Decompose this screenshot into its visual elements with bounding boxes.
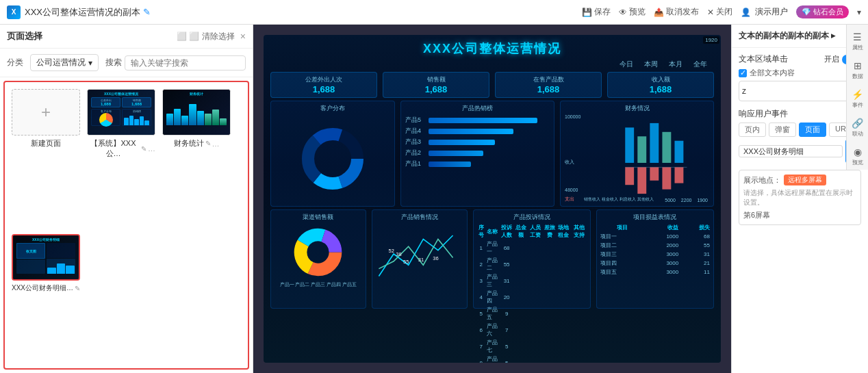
svg-text:38: 38 xyxy=(396,251,401,257)
page-thumb-2[interactable]: 财务统计 xyxy=(162,89,231,136)
link-icon: 🔗 xyxy=(852,118,863,129)
text-area-label: 文本区域单击 开启 xyxy=(739,53,861,65)
finance-panel-title: 财务情况 xyxy=(563,104,711,113)
panel-header: 页面选择 ⬜ ⬜ 清除选择 × xyxy=(0,25,253,49)
multi-screen-badge[interactable]: 远程多屏幕 xyxy=(784,175,826,185)
edit-title-icon[interactable]: ✎ xyxy=(143,7,151,17)
kpi-row: 公差外出人次 1,688 销售额 1,688 在售产品数 1,688 收入额 1… xyxy=(264,72,721,98)
project-pnl-panel: 项目损益表情况 项目 收益 损失 项目一100068 项目二200055 xyxy=(596,209,714,309)
close-button[interactable]: ✕ 关闭 xyxy=(707,6,732,18)
svg-rect-14 xyxy=(662,167,671,189)
page-thumb-1[interactable]: XXX公司整体运营情况 公差外出 1,688 销售额 1,688 xyxy=(87,89,155,136)
time-label-today[interactable]: 今日 xyxy=(620,60,633,69)
text-value-display[interactable]: z × xyxy=(739,81,861,101)
dashboard-title: XXX公司整体运营情况 xyxy=(264,35,721,60)
page-selector-panel: 页面选择 ⬜ ⬜ 清除选择 × 分类 公司运营情况 ▾ 搜索 xyxy=(0,25,253,373)
panel-close-icon[interactable]: × xyxy=(240,31,246,42)
list-item[interactable]: XXX公司财务明细 收支图 xyxy=(12,234,80,361)
preview-button[interactable]: 👁 预览 xyxy=(619,6,646,18)
more-options-icon-2[interactable]: … xyxy=(212,140,220,148)
time-label-week[interactable]: 本周 xyxy=(644,60,658,69)
pages-grid: + 新建页面 XXX公司整体运营情况 公差外出 xyxy=(3,81,249,370)
clear-icon: ⬜ xyxy=(177,31,187,41)
full-text-checkbox-row[interactable]: ✓ 全部文本内容 xyxy=(739,68,861,78)
tab-popup[interactable]: 弹窗 xyxy=(769,123,796,137)
tab-page[interactable]: 页面 xyxy=(799,123,826,137)
svg-text:36: 36 xyxy=(433,255,438,261)
preview-icon: ◉ xyxy=(854,146,862,157)
document-title: XXX公司整体运营情况的副本 ✎ xyxy=(25,6,578,18)
top-bar-actions: 💾 保存 👁 预览 📤 取消发布 ✕ 关闭 👤 演示用户 💎 钻石会员 ▾ xyxy=(582,5,861,18)
icon-tab-preview[interactable]: ◉ 预览 xyxy=(848,142,867,170)
kpi-products: 在售产品数 1,688 xyxy=(495,72,602,98)
search-input[interactable] xyxy=(125,55,246,70)
app-logo: X xyxy=(7,5,21,19)
product-complaints-panel: 产品投诉情况 序号 名称 投诉人数 总金额 人员工资 差旅费 场地租金 xyxy=(473,209,591,309)
svg-text:31: 31 xyxy=(418,257,424,263)
edit-page-name-icon-3[interactable]: ✎ xyxy=(75,285,80,292)
edit-page-name-icon[interactable]: ✎ xyxy=(141,145,146,153)
dashboard-canvas: 1920 XXX公司整体运营情况 今日 本周 本月 全年 公差外出人次 1,68… xyxy=(264,35,721,363)
page-link-input[interactable] xyxy=(739,145,843,157)
svg-rect-12 xyxy=(637,167,646,194)
complaints-title: 产品投诉情况 xyxy=(476,213,587,222)
main-layout: 页面选择 ⬜ ⬜ 清除选择 × 分类 公司运营情况 ▾ 搜索 xyxy=(0,25,868,373)
screen-number: 第6屏幕 xyxy=(743,210,856,220)
unpublish-button[interactable]: 📤 取消发布 xyxy=(654,6,699,18)
save-button[interactable]: 💾 保存 xyxy=(582,6,611,18)
svg-text:52: 52 xyxy=(388,248,394,254)
more-options-icon[interactable]: … xyxy=(148,144,155,153)
svg-rect-5 xyxy=(625,127,634,163)
category-select[interactable]: 公司运营情况 ▾ xyxy=(30,54,99,71)
full-text-checkbox[interactable]: ✓ xyxy=(739,69,747,77)
channel-sales-panel: 渠道销售额 产品一 产品二 产品三 产品四 产品五 xyxy=(270,209,366,309)
user-name: 演示用户 xyxy=(755,6,788,18)
time-filter-bar: 今日 本周 本月 全年 xyxy=(264,60,721,69)
icon-tab-link[interactable]: 🔗 联动 xyxy=(848,114,867,141)
attributes-icon: ☰ xyxy=(853,31,862,42)
new-page-thumb[interactable]: + xyxy=(12,89,80,136)
data-label: 数据 xyxy=(852,73,863,80)
page-name-1: 【系统】XXX公… ✎ … xyxy=(87,138,155,159)
right-icon-panel: ☰ 属性 ⊞ 数据 ⚡ 事件 🔗 联动 ◉ 预览 xyxy=(846,25,868,170)
canvas-area[interactable]: 1920 XXX公司整体运营情况 今日 本周 本月 全年 公差外出人次 1,68… xyxy=(253,25,731,373)
channel-pie-chart xyxy=(289,223,347,281)
finance-bar-chart xyxy=(563,114,711,203)
filter-row: 分类 公司运营情况 ▾ 搜索 xyxy=(0,49,253,77)
page-thumb-3[interactable]: XXX公司财务明细 收支图 xyxy=(12,234,80,281)
customer-distribution-panel: 客户分布 xyxy=(270,101,395,207)
new-page-item[interactable]: + 新建页面 xyxy=(12,89,80,227)
event-icon: ⚡ xyxy=(852,89,863,100)
search-label: 搜索 xyxy=(105,57,122,68)
time-label-year[interactable]: 全年 xyxy=(693,60,707,69)
pnl-title: 项目损益表情况 xyxy=(600,213,711,222)
svg-rect-7 xyxy=(650,123,659,163)
edit-page-name-icon-2[interactable]: ✎ xyxy=(205,140,211,147)
list-item[interactable]: XXX公司整体运营情况 公差外出 1,688 销售额 1,688 xyxy=(87,89,155,227)
kpi-sales: 销售额 1,688 xyxy=(383,72,489,98)
user-area: 👤 演示用户 xyxy=(741,6,788,18)
screen-hint-text: 请选择，具体远程屏幕配置在展示时设置。 xyxy=(743,188,856,207)
kpi-revenue: 收入额 1,688 xyxy=(607,72,714,98)
time-label-month[interactable]: 本月 xyxy=(669,60,682,69)
list-item[interactable]: 财务统计 xyxy=(162,89,231,227)
svg-rect-15 xyxy=(674,167,683,183)
tab-inpage[interactable]: 页内 xyxy=(739,123,766,137)
page-name-2: 财务统计 ✎ … xyxy=(174,138,220,149)
icon-tab-event[interactable]: ⚡ 事件 xyxy=(848,85,867,112)
product-sales-panel: 产品销售情况 52 55 38 31 36 xyxy=(372,209,468,309)
resolution-badge: 1920 xyxy=(703,36,719,44)
finance-panel: 财务情况 100000 48000 收入 支出 xyxy=(560,101,714,207)
icon-tab-data[interactable]: ⊞ 数据 xyxy=(848,56,867,83)
clear-selection-button[interactable]: ⬜ ⬜ 清除选择 xyxy=(177,31,234,42)
event-response-section: 响应用户事件 页内 弹窗 页面 URL xyxy=(739,108,861,163)
chevron-down-icon[interactable]: ▾ xyxy=(857,8,861,17)
channel-sales-title: 渠道销售额 xyxy=(274,213,363,222)
product-hotlist-panel: 产品热销榜 产品5 产品4 产品3 xyxy=(400,101,554,207)
data-icon: ⊞ xyxy=(854,60,862,71)
event-response-label: 响应用户事件 xyxy=(739,108,861,120)
icon-tab-attributes[interactable]: ☰ 属性 xyxy=(848,27,867,55)
search-box: 搜索 xyxy=(105,55,246,70)
link-label: 联动 xyxy=(852,130,863,138)
svg-rect-9 xyxy=(674,141,683,163)
